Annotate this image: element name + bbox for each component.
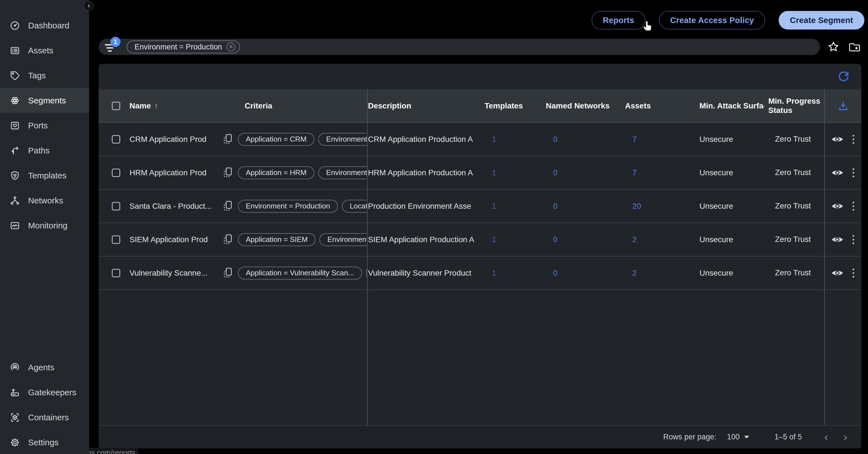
sidebar-item-label: Gatekeepers [28, 388, 76, 397]
row-menu-kebab-icon[interactable] [850, 234, 857, 245]
table-row[interactable]: Vulnerability Scanne... Application = Vu… [99, 256, 861, 290]
copy-icon[interactable] [222, 200, 234, 213]
min-attack-surface-value: Unsecure [680, 235, 764, 244]
criteria-chip[interactable]: Environment = [319, 233, 367, 246]
sidebar-item-settings[interactable]: Settings [0, 430, 89, 454]
min-progress-status-value: Zero Trust [764, 235, 824, 244]
min-progress-status-value: Zero Trust [764, 202, 824, 210]
copy-icon[interactable] [222, 233, 234, 246]
column-header-name[interactable]: Name↑ [129, 101, 222, 111]
rows-per-page-select[interactable]: 100 [727, 433, 749, 441]
named-networks-count-link[interactable]: 0 [546, 168, 625, 177]
assets-count-link[interactable]: 7 [625, 168, 680, 177]
download-icon[interactable] [837, 100, 849, 112]
table-row[interactable]: SIEM Application Prod Application = SIEM… [99, 223, 861, 256]
column-header-named-networks[interactable]: Named Networks [546, 101, 625, 111]
segment-name: SIEM Application Prod [129, 235, 222, 244]
view-eye-icon[interactable] [831, 135, 843, 144]
create-access-policy-button[interactable]: Create Access Policy [659, 11, 765, 30]
topbar-buttons: Reports Create Access Policy Create Segm… [592, 11, 864, 30]
segment-name: Santa Clara - Product... [129, 202, 222, 211]
sidebar-item-paths[interactable]: Paths [0, 138, 89, 163]
row-checkbox[interactable] [112, 202, 120, 210]
sidebar-item-tags[interactable]: Tags [0, 63, 89, 88]
tag-icon [9, 70, 20, 81]
column-header-criteria[interactable]: Criteria [234, 101, 367, 111]
sidebar-item-dashboard[interactable]: Dashboard [0, 13, 89, 38]
named-networks-count-link[interactable]: 0 [546, 235, 625, 244]
templates-count-link[interactable]: 1 [485, 168, 546, 177]
criteria-chip[interactable]: Application = HRM [238, 166, 314, 179]
row-menu-kebab-icon[interactable] [850, 167, 857, 178]
sidebar-item-label: Templates [28, 171, 67, 180]
assets-count-link[interactable]: 20 [625, 202, 680, 211]
sidebar-item-ports[interactable]: Ports [0, 113, 89, 138]
column-header-description[interactable]: Description [368, 101, 485, 111]
favorite-star-icon[interactable] [827, 41, 840, 53]
criteria-chips: Application = Vulnerability Scan... [234, 267, 367, 279]
templates-count-link[interactable]: 1 [485, 235, 546, 244]
criteria-chip[interactable]: Application = SIEM [238, 233, 315, 246]
assets-count-link[interactable]: 7 [625, 135, 680, 144]
sidebar-item-gatekeepers[interactable]: Gatekeepers [0, 380, 89, 405]
named-networks-count-link[interactable]: 0 [546, 135, 625, 144]
column-header-min-attack-surface[interactable]: Min. Attack Surface [680, 101, 764, 111]
sidebar-collapse-button[interactable]: ‹ [84, 1, 94, 11]
named-networks-count-link[interactable]: 0 [546, 269, 625, 278]
criteria-chip[interactable]: Locatio [342, 200, 367, 213]
filter-icon[interactable]: 1 [104, 41, 116, 53]
criteria-chip[interactable]: Application = Vulnerability Scan... [238, 267, 362, 279]
templates-count-link[interactable]: 1 [485, 135, 546, 144]
create-segment-button[interactable]: Create Segment [779, 11, 864, 30]
sidebar-item-networks[interactable]: Networks [0, 188, 89, 213]
view-eye-icon[interactable] [831, 169, 843, 177]
row-menu-kebab-icon[interactable] [850, 201, 857, 212]
select-all-checkbox[interactable] [112, 102, 120, 110]
dashboard-icon [9, 20, 20, 31]
sidebar-item-segments[interactable]: Segments [0, 88, 89, 113]
saved-filters-folder-icon[interactable] [848, 41, 861, 53]
view-eye-icon[interactable] [831, 269, 843, 277]
column-header-assets[interactable]: Assets [625, 101, 680, 111]
assets-count-link[interactable]: 2 [625, 269, 680, 278]
named-networks-count-link[interactable]: 0 [546, 202, 625, 211]
templates-count-link[interactable]: 1 [485, 202, 546, 211]
column-header-min-progress-status[interactable]: Min. Progress Status [764, 97, 824, 115]
sidebar-item-agents[interactable]: Agents [0, 355, 89, 380]
assets-count-link[interactable]: 2 [625, 235, 680, 244]
sidebar-item-templates[interactable]: Templates [0, 163, 89, 188]
templates-count-link[interactable]: 1 [485, 269, 546, 278]
row-checkbox[interactable] [112, 236, 120, 244]
copy-icon[interactable] [222, 266, 234, 279]
criteria-chip[interactable]: Application = CRM [238, 133, 314, 146]
criteria-chip[interactable]: Environment = [318, 133, 367, 146]
copy-icon[interactable] [222, 132, 234, 146]
table-row[interactable]: Santa Clara - Product... Environment = P… [99, 190, 861, 223]
copy-icon[interactable] [222, 166, 234, 179]
previous-page-button[interactable]: ‹ [820, 432, 832, 443]
next-page-button[interactable]: › [840, 432, 851, 443]
table-row[interactable]: HRM Application Prod Application = HRM E… [99, 156, 861, 190]
reports-button[interactable]: Reports [592, 11, 646, 30]
chip-close-icon[interactable]: ✕ [226, 42, 236, 52]
sidebar-item-monitoring[interactable]: Monitoring [0, 213, 89, 238]
row-checkbox[interactable] [112, 269, 120, 277]
sidebar-item-containers[interactable]: Containers [0, 405, 89, 430]
criteria-chip-clipped[interactable] [366, 267, 367, 279]
view-eye-icon[interactable] [831, 202, 843, 210]
row-checkbox[interactable] [112, 169, 120, 177]
view-eye-icon[interactable] [831, 236, 843, 244]
refresh-icon[interactable] [837, 70, 850, 83]
sidebar-item-assets[interactable]: Assets [0, 38, 89, 63]
sidebar-item-label: Paths [28, 146, 50, 155]
column-header-templates[interactable]: Templates [485, 101, 546, 111]
criteria-chip[interactable]: Environment = [318, 166, 367, 179]
table-row[interactable]: CRM Application Prod Application = CRM E… [99, 123, 861, 156]
criteria-chip[interactable]: Environment = Production [238, 200, 338, 213]
filter-bar: 1 Environment = Production ✕ [99, 39, 820, 55]
row-menu-kebab-icon[interactable] [850, 268, 857, 279]
segment-name: CRM Application Prod [129, 135, 222, 144]
row-menu-kebab-icon[interactable] [850, 134, 857, 145]
row-checkbox[interactable] [112, 135, 120, 144]
filter-chip-environment-production[interactable]: Environment = Production ✕ [127, 40, 240, 53]
